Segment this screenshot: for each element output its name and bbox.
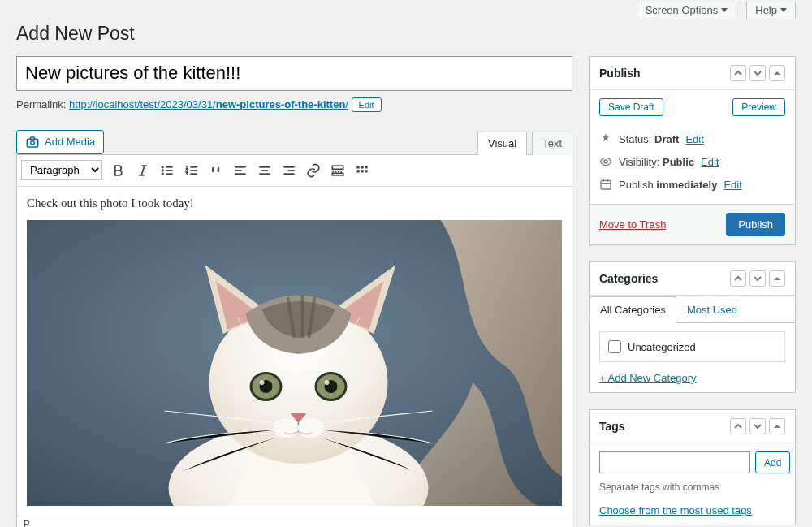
post-image[interactable] [27, 220, 562, 506]
publish-title: Publish [599, 67, 641, 80]
svg-point-1 [31, 140, 35, 145]
svg-point-46 [274, 418, 300, 438]
move-up-icon[interactable] [730, 65, 746, 81]
help-button[interactable]: Help [746, 2, 796, 19]
permalink-label: Permalink: [16, 98, 66, 110]
add-new-category-link[interactable]: + Add New Category [599, 372, 697, 384]
svg-point-5 [162, 166, 163, 168]
move-up-icon[interactable] [730, 270, 746, 287]
category-item[interactable]: Uncategorized [608, 340, 776, 353]
svg-line-4 [141, 166, 144, 175]
categories-box: Categories All Categories Most Used [589, 261, 796, 393]
numbered-list-button[interactable]: 123 [180, 159, 203, 182]
choose-tags-link[interactable]: Choose from the most used tags [599, 504, 752, 516]
tab-visual[interactable]: Visual [477, 132, 527, 155]
svg-point-45 [325, 380, 330, 385]
toggle-icon[interactable] [769, 270, 785, 287]
bold-button[interactable] [107, 159, 130, 182]
svg-rect-33 [361, 170, 363, 172]
svg-rect-31 [365, 166, 367, 168]
move-down-icon[interactable] [749, 418, 766, 434]
screen-options-button[interactable]: Screen Options [637, 2, 737, 19]
caret-down-icon [780, 8, 787, 12]
page-title: Add New Post [16, 23, 796, 45]
svg-point-48 [604, 160, 607, 163]
category-label: Uncategorized [628, 341, 696, 353]
edit-visibility-link[interactable]: Edit [701, 156, 719, 168]
permalink-link[interactable]: http://localhost/test/2023/03/31/new-pic… [69, 98, 348, 110]
tag-input[interactable] [599, 451, 750, 473]
editor-body[interactable]: Check out this photo I took today! [16, 187, 572, 516]
svg-rect-49 [601, 180, 611, 189]
editor-toolbar: Paragraph 123 [16, 154, 572, 187]
caret-down-icon [721, 8, 728, 12]
tags-title: Tags [599, 420, 625, 433]
permalink-row: Permalink: http://localhost/test/2023/03… [16, 97, 572, 112]
align-left-button[interactable] [229, 159, 252, 182]
svg-rect-28 [332, 173, 343, 175]
format-select[interactable]: Paragraph [21, 160, 102, 180]
move-up-icon[interactable] [730, 418, 746, 434]
toggle-icon[interactable] [769, 418, 785, 434]
bullet-list-button[interactable] [156, 159, 179, 182]
pin-icon [599, 132, 612, 145]
publish-box: Publish Save Draft Preview Status: Draf [589, 56, 796, 245]
screen-options-label: Screen Options [646, 4, 719, 16]
edit-status-link[interactable]: Edit [685, 133, 703, 145]
add-media-label: Add Media [45, 136, 95, 148]
svg-rect-32 [356, 170, 359, 172]
align-right-button[interactable] [278, 159, 300, 182]
add-tag-button[interactable]: Add [755, 451, 790, 473]
svg-rect-26 [332, 166, 343, 169]
svg-rect-29 [356, 166, 359, 168]
add-media-button[interactable]: Add Media [16, 130, 104, 154]
svg-point-6 [162, 170, 163, 171]
element-path: P [17, 516, 572, 527]
svg-rect-30 [361, 166, 363, 168]
help-label: Help [755, 4, 777, 16]
svg-point-41 [260, 380, 265, 385]
editor-paragraph: Check out this photo I took today! [27, 197, 562, 210]
svg-text:3: 3 [186, 171, 188, 175]
toolbar-toggle-button[interactable] [351, 159, 374, 182]
save-draft-button[interactable]: Save Draft [599, 98, 663, 116]
tab-most-used[interactable]: Most Used [676, 296, 748, 323]
svg-rect-0 [27, 139, 38, 147]
svg-point-47 [298, 418, 324, 438]
move-down-icon[interactable] [749, 270, 766, 287]
svg-rect-34 [365, 170, 367, 172]
move-down-icon[interactable] [749, 65, 766, 81]
calendar-icon [599, 178, 612, 191]
link-button[interactable] [302, 159, 325, 182]
tab-text[interactable]: Text [532, 132, 572, 155]
preview-button[interactable]: Preview [732, 98, 785, 116]
camera-icon [25, 135, 40, 149]
edit-publish-date-link[interactable]: Edit [723, 179, 741, 191]
tags-box: Tags Add Separate tags with commas Choos… [589, 409, 796, 525]
align-center-button[interactable] [253, 159, 276, 182]
toggle-icon[interactable] [769, 65, 785, 81]
italic-button[interactable] [132, 159, 154, 182]
edit-permalink-button[interactable]: Edit [352, 97, 382, 112]
category-checkbox[interactable] [608, 340, 621, 353]
tab-all-categories[interactable]: All Categories [590, 296, 676, 323]
eye-icon [599, 155, 612, 168]
categories-title: Categories [599, 272, 658, 285]
move-to-trash-link[interactable]: Move to Trash [599, 218, 666, 231]
read-more-button[interactable] [326, 159, 349, 182]
post-title-input[interactable] [16, 56, 572, 91]
tags-hint: Separate tags with commas [599, 482, 785, 493]
publish-button[interactable]: Publish [726, 213, 785, 236]
svg-point-7 [162, 173, 163, 175]
blockquote-button[interactable] [205, 159, 227, 182]
